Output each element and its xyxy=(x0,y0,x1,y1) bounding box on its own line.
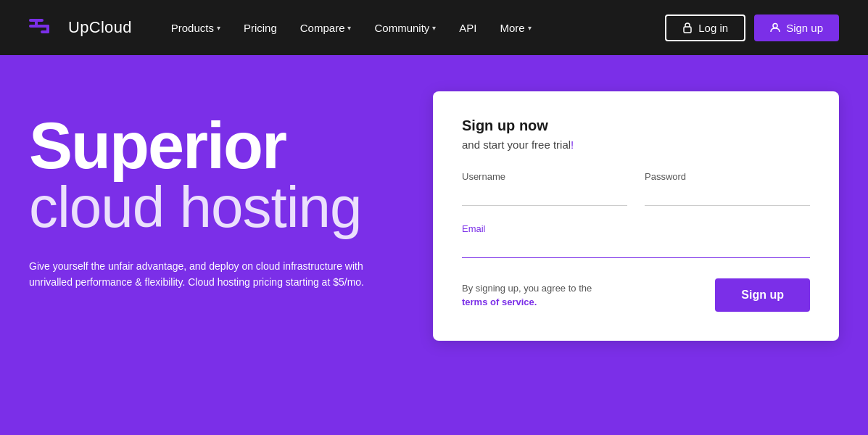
chevron-down-icon: ▾ xyxy=(432,24,436,32)
form-footer: By signing up, you agree to the terms of… xyxy=(462,278,810,312)
svg-rect-2 xyxy=(35,19,38,28)
chevron-down-icon: ▾ xyxy=(528,24,532,32)
chevron-down-icon: ▾ xyxy=(217,24,220,32)
signup-card: Sign up now and start your free trial! U… xyxy=(433,91,839,341)
lock-icon xyxy=(682,22,693,33)
tos-link[interactable]: terms of service. xyxy=(462,297,537,307)
nav-item-community[interactable]: Community ▾ xyxy=(364,16,446,40)
svg-rect-5 xyxy=(684,27,691,33)
email-input[interactable] xyxy=(462,239,810,258)
login-button[interactable]: Log in xyxy=(665,14,745,41)
chevron-down-icon: ▾ xyxy=(347,24,351,32)
nav-item-more[interactable]: More ▾ xyxy=(490,16,542,40)
nav-links: Products ▾ Pricing Compare ▾ Community ▾… xyxy=(161,16,666,40)
hero-description: Give yourself the unfair advantage, and … xyxy=(29,258,406,291)
nav-actions: Log in Sign up xyxy=(665,14,839,41)
hero-section: Superior cloud hosting Give yourself the… xyxy=(0,55,868,435)
svg-rect-4 xyxy=(41,30,49,33)
upcloud-logo-icon xyxy=(29,14,61,41)
nav-item-pricing[interactable]: Pricing xyxy=(233,16,287,40)
nav-item-products[interactable]: Products ▾ xyxy=(161,16,231,40)
email-label: Email xyxy=(462,223,810,234)
logo[interactable]: UpCloud xyxy=(29,14,132,41)
username-password-row: Username Password xyxy=(462,171,810,206)
password-label: Password xyxy=(645,171,810,182)
hero-title-bold: Superior xyxy=(29,113,433,178)
nav-item-api[interactable]: API xyxy=(449,16,487,40)
password-input[interactable] xyxy=(645,186,810,206)
username-label: Username xyxy=(462,171,627,182)
nav-item-compare[interactable]: Compare ▾ xyxy=(290,16,362,40)
username-input[interactable] xyxy=(462,186,627,206)
email-row: Email xyxy=(462,223,810,258)
logo-text: UpCloud xyxy=(68,18,132,37)
user-icon xyxy=(770,22,780,33)
hero-content: Superior cloud hosting Give yourself the… xyxy=(29,99,433,291)
card-subtitle: and start your free trial! xyxy=(462,138,810,151)
card-title: Sign up now xyxy=(462,117,810,134)
email-field-wrapper: Email xyxy=(462,223,810,258)
password-field: Password xyxy=(645,171,810,206)
navbar: UpCloud Products ▾ Pricing Compare ▾ Com… xyxy=(0,0,868,55)
hero-title-light: cloud hosting xyxy=(29,178,433,236)
signup-form-button[interactable]: Sign up xyxy=(715,278,810,312)
username-field: Username xyxy=(462,171,627,206)
svg-point-6 xyxy=(773,24,777,28)
svg-rect-1 xyxy=(29,25,49,28)
signup-nav-button[interactable]: Sign up xyxy=(754,14,839,41)
tos-text: By signing up, you agree to the terms of… xyxy=(462,281,592,310)
